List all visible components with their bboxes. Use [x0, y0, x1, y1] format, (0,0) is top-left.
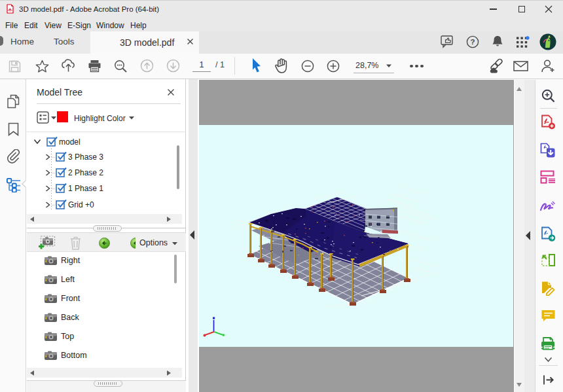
- svg-text:?: ?: [470, 38, 475, 46]
